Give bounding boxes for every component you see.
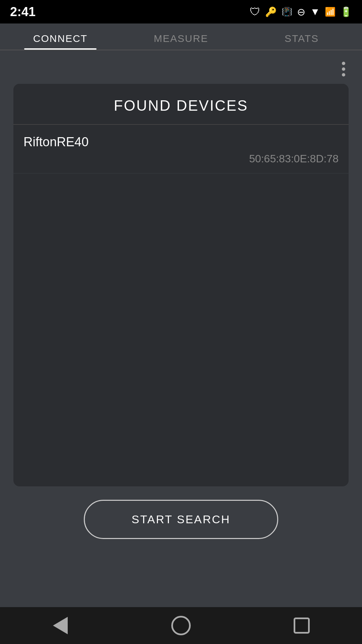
tab-bar: CONNECT MEASURE STATS — [0, 23, 362, 50]
home-icon — [171, 616, 191, 635]
dot-3 — [342, 73, 345, 76]
back-icon — [53, 617, 68, 634]
wifi-icon: ▼ — [310, 6, 320, 17]
more-menu-button[interactable] — [339, 58, 349, 80]
tab-stats-label: STATS — [285, 33, 319, 44]
device-list: RiftonRE40 50:65:83:0E:8D:78 — [13, 125, 349, 486]
tab-measure[interactable]: MEASURE — [121, 23, 241, 50]
tab-connect-label: CONNECT — [33, 33, 87, 44]
back-button[interactable] — [47, 612, 74, 639]
status-icons: 🛡 🔑 📳 ⊖ ▼ 📶 🔋 — [250, 6, 352, 18]
battery-icon: 🔋 — [340, 6, 352, 17]
status-time: 2:41 — [10, 5, 36, 19]
dnd-icon: ⊖ — [297, 6, 305, 18]
device-mac: 50:65:83:0E:8D:78 — [23, 153, 339, 165]
card-header: FOUND DEVICES — [13, 84, 349, 125]
recents-icon — [294, 618, 310, 634]
shield-icon: 🛡 — [250, 6, 260, 18]
tab-connect[interactable]: CONNECT — [0, 23, 121, 50]
tab-measure-label: MEASURE — [154, 33, 208, 44]
tab-connect-underline — [24, 48, 97, 50]
key-icon: 🔑 — [265, 6, 277, 17]
start-search-button[interactable]: START SEARCH — [84, 500, 278, 539]
signal-icon: 📶 — [325, 7, 336, 17]
found-devices-card: FOUND DEVICES RiftonRE40 50:65:83:0E:8D:… — [13, 84, 349, 486]
device-name: RiftonRE40 — [23, 135, 339, 149]
nav-bar — [0, 607, 362, 644]
status-bar: 2:41 🛡 🔑 📳 ⊖ ▼ 📶 🔋 — [0, 0, 362, 23]
device-item[interactable]: RiftonRE40 50:65:83:0E:8D:78 — [13, 125, 349, 173]
vibrate-icon: 📳 — [282, 7, 292, 17]
card-title: FOUND DEVICES — [114, 97, 248, 114]
home-button[interactable] — [168, 612, 194, 639]
recents-button[interactable] — [288, 612, 315, 639]
tab-stats[interactable]: STATS — [241, 23, 362, 50]
content-area: FOUND DEVICES RiftonRE40 50:65:83:0E:8D:… — [0, 50, 362, 607]
dot-2 — [342, 67, 345, 71]
dot-1 — [342, 62, 345, 65]
